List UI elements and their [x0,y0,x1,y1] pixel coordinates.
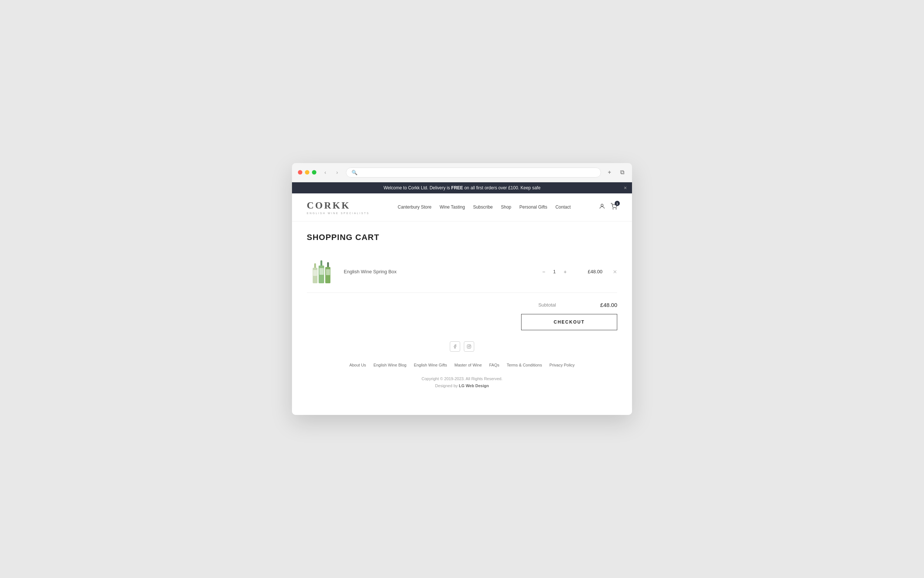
logo[interactable]: CORKK ENGLISH WINE SPECIALISTS [307,200,370,214]
back-button[interactable]: ‹ [321,168,330,177]
footer-link-about[interactable]: About Us [349,363,366,367]
svg-point-2 [616,209,617,209]
product-image [307,257,337,287]
logo-name: CORKK [307,200,370,211]
quantity-increase-button[interactable]: + [561,268,569,276]
instagram-icon[interactable] [464,341,474,352]
facebook-icon[interactable] [450,341,460,352]
nav-link-personal-gifts[interactable]: Personal Gifts [519,205,547,209]
cart-summary: Subtotal £48.00 CHECKOUT [307,302,617,330]
footer-social [307,330,617,359]
banner-text: Welcome to Corkk Ltd. Delivery is FREE o… [384,185,541,190]
account-icon[interactable] [599,203,605,211]
address-bar[interactable]: 🔍 [346,167,601,177]
site-content: Welcome to Corkk Ltd. Delivery is FREE o… [292,182,632,415]
quantity-value: 1 [552,269,557,274]
remove-item-button[interactable]: ✕ [613,269,617,275]
nav-link-subscribe[interactable]: Subscribe [473,205,493,209]
footer-link-privacy[interactable]: Privacy Policy [549,363,574,367]
checkout-button[interactable]: CHECKOUT [521,314,617,330]
cart-badge: 1 [615,201,620,206]
svg-point-4 [468,346,470,347]
search-icon: 🔍 [351,170,358,175]
browser-chrome: ‹ › 🔍 + ⧉ [292,163,632,182]
svg-point-1 [613,209,613,209]
banner-close-button[interactable]: × [624,185,627,191]
nav-link-wine-tasting[interactable]: Wine Tasting [439,205,464,209]
traffic-lights [298,170,316,175]
wine-bottles-illustration [313,260,330,283]
maximize-button[interactable] [312,170,316,175]
nav-icons: 1 [599,203,617,211]
product-name: English Wine Spring Box [344,269,532,274]
nav-link-contact[interactable]: Contact [555,205,571,209]
bottle-2 [319,260,324,283]
designer-link[interactable]: LG Web Design [459,383,489,388]
forward-button[interactable]: › [333,168,341,177]
svg-rect-3 [467,345,471,348]
footer-link-terms[interactable]: Terms & Conditions [507,363,542,367]
quantity-control: − 1 + [540,268,569,276]
footer-links: About Us English Wine Blog English Wine … [307,359,617,371]
page-content: SHOPPING CART [292,221,632,415]
new-tab-button[interactable]: + [605,168,613,176]
bottle-3 [325,262,330,283]
windows-button[interactable]: ⧉ [618,168,626,176]
cart-table: English Wine Spring Box − 1 + £48.00 ✕ [307,251,617,293]
item-price: £48.00 [576,269,602,274]
footer-link-master[interactable]: Master of Wine [455,363,482,367]
nav-link-shop[interactable]: Shop [501,205,511,209]
main-nav: Canterbury Store Wine Tasting Subscribe … [398,205,571,209]
quantity-decrease-button[interactable]: − [540,268,548,276]
bottle-1 [313,263,317,283]
minimize-button[interactable] [305,170,309,175]
svg-point-0 [601,204,603,206]
browser-nav: ‹ › [321,168,341,177]
promo-banner: Welcome to Corkk Ltd. Delivery is FREE o… [292,182,632,193]
footer-copyright: Copyright © 2019-2023. All Rights Reserv… [307,371,617,396]
site-header: CORKK ENGLISH WINE SPECIALISTS Canterbur… [292,193,632,221]
subtotal-value: £48.00 [600,302,617,308]
cart-icon[interactable]: 1 [610,203,617,211]
footer-link-gifts[interactable]: English Wine Gifts [414,363,447,367]
subtotal-label: Subtotal [538,302,556,308]
nav-link-canterbury[interactable]: Canterbury Store [398,205,431,209]
page-title: SHOPPING CART [307,232,617,242]
subtotal-row: Subtotal £48.00 [538,302,617,308]
footer-link-blog[interactable]: English Wine Blog [373,363,406,367]
url-input[interactable] [360,170,596,175]
close-button[interactable] [298,170,302,175]
browser-actions: + ⧉ [605,168,626,176]
cart-item-row: English Wine Spring Box − 1 + £48.00 ✕ [307,251,617,293]
footer-link-faqs[interactable]: FAQs [489,363,500,367]
logo-subtitle: ENGLISH WINE SPECIALISTS [307,212,370,214]
